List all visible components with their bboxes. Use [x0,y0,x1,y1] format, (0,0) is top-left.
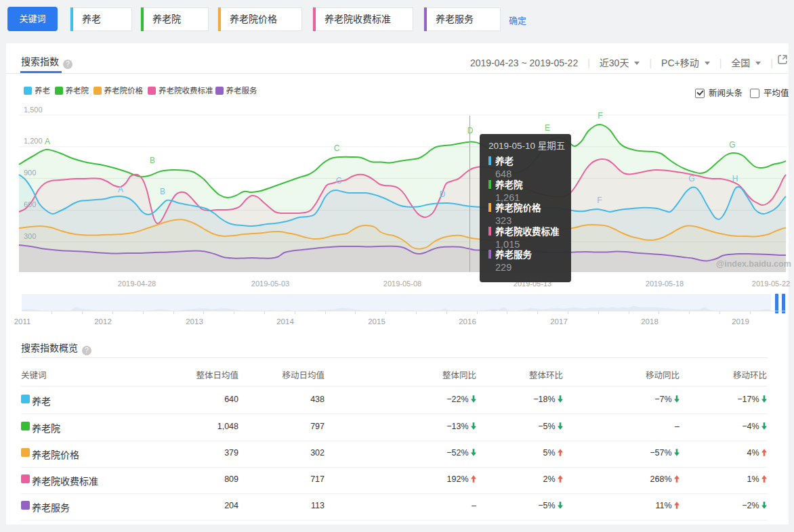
svg-text:C: C [336,176,342,185]
svg-text:@index.baidu.com: @index.baidu.com [716,259,791,269]
svg-text:2019-05-03: 2019-05-03 [251,280,289,288]
svg-text:2019-05-18: 2019-05-18 [646,280,684,288]
svg-text:D: D [440,190,446,199]
svg-text:2019-05-22: 2019-05-22 [752,280,790,288]
svg-text:2019-04-28: 2019-04-28 [118,280,156,288]
svg-text:C: C [334,143,340,153]
svg-text:A: A [118,185,123,194]
svg-text:D: D [467,126,474,135]
svg-text:H: H [732,174,738,183]
svg-text:F: F [598,111,602,120]
svg-text:E: E [545,123,550,133]
svg-text:600: 600 [24,200,36,208]
svg-text:F: F [597,196,602,205]
svg-text:B: B [150,156,155,165]
svg-text:300: 300 [24,232,36,240]
svg-text:1,200: 1,200 [24,137,43,145]
svg-text:A: A [45,137,50,146]
svg-text:900: 900 [24,169,36,177]
svg-text:1,500: 1,500 [24,106,43,114]
svg-text:G: G [688,174,694,183]
svg-text:B: B [160,187,165,196]
svg-text:G: G [729,140,735,150]
svg-text:2019-05-08: 2019-05-08 [383,280,421,288]
